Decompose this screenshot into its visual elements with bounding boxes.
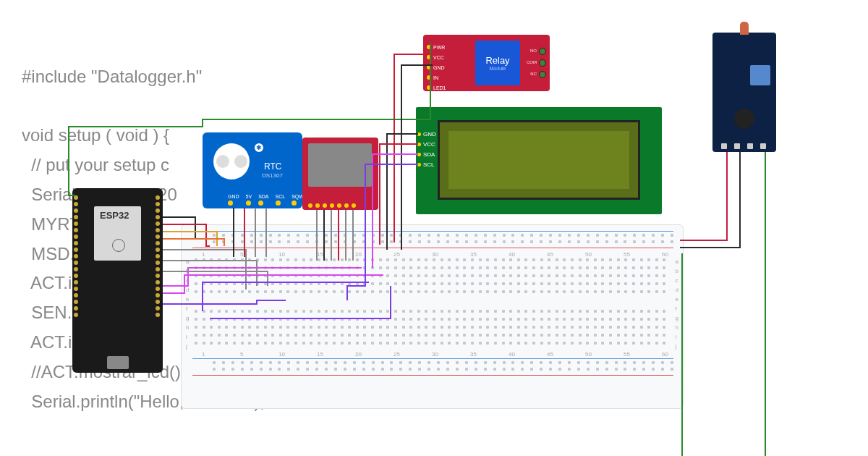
tie-points-bottom[interactable] — [195, 310, 671, 350]
ldr-sensor-module[interactable] — [712, 33, 776, 152]
rtc-pin-header[interactable]: GND5VSDASCLSQW — [228, 194, 304, 206]
row-letters-left: abcdefghij — [186, 258, 189, 350]
pin-header-right[interactable] — [156, 195, 161, 366]
row-letters-right: abcdefghij — [676, 258, 678, 350]
esp32-board[interactable]: ESP32 — [72, 188, 163, 373]
code-line: MYRT — [22, 214, 80, 234]
code-line: MSD. — [22, 244, 75, 263]
code-line: void setup ( void ) { — [22, 125, 169, 145]
sd-card-slot-icon — [308, 143, 372, 187]
sd-pin-header[interactable] — [308, 203, 356, 208]
relay-sublabel: Module — [490, 66, 506, 71]
power-rail-top[interactable] — [192, 229, 673, 250]
relay-terminals[interactable] — [539, 48, 546, 78]
breadboard[interactable]: 151015202530354045505560 151015202530354… — [181, 224, 684, 409]
relay-input-pins[interactable]: PWRVCCGNDINLED1 — [427, 42, 448, 93]
coin-battery-icon — [213, 143, 250, 180]
adafruit-star-icon: ✱ — [255, 143, 263, 152]
relay-module[interactable]: Relay Module PWRVCCGNDINLED1 NOCOMNC — [423, 35, 550, 91]
usb-port-icon — [107, 356, 129, 369]
sd-card-module[interactable] — [302, 138, 378, 210]
lcd-display[interactable]: GNDVCCSDASCL — [416, 107, 662, 214]
relay-body: Relay Module — [475, 41, 520, 85]
ldr-pin-header[interactable] — [721, 143, 766, 149]
pin-header-left[interactable] — [74, 195, 80, 366]
photoresistor-icon — [740, 22, 749, 35]
lcd-pin-header[interactable]: GNDVCCSDASCL — [417, 129, 436, 169]
relay-label: Relay — [485, 55, 509, 66]
code-line: #include "Datalogger.h" — [22, 67, 202, 86]
tie-points-top[interactable] — [195, 258, 671, 298]
relay-terminal-labels: NOCOMNC — [527, 45, 537, 80]
code-line: ACT.i — [22, 273, 72, 292]
rtc-module[interactable]: ✱ RTC DS1307 GND5VSDASCLSQW — [203, 132, 302, 208]
comparator-ic-icon — [734, 109, 754, 129]
lcd-screen — [438, 120, 640, 200]
code-line: // put your setup c — [22, 155, 169, 174]
espressif-logo-icon — [112, 239, 125, 252]
trim-pot-icon — [750, 65, 770, 85]
rtc-chip-label: DS1307 — [262, 172, 283, 179]
esp32-label: ESP32 — [100, 210, 129, 221]
rtc-label: RTC — [264, 161, 281, 172]
power-rail-bottom[interactable] — [192, 357, 673, 377]
column-numbers: 151015202530354045505560 — [202, 251, 671, 258]
